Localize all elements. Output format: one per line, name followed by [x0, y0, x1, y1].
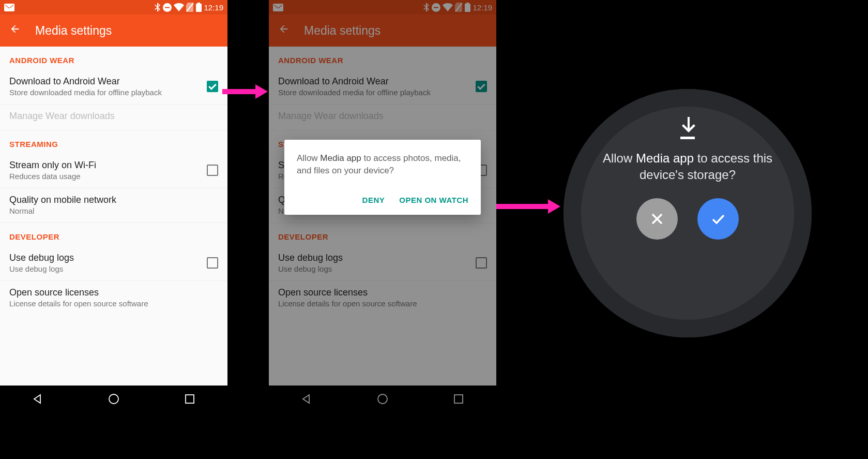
setting-open-source-licenses[interactable]: Open source licenses License details for…: [0, 281, 227, 315]
dialog-open-on-watch-button[interactable]: OPEN ON WATCH: [399, 196, 468, 204]
setting-subtitle: Use debug logs: [9, 264, 201, 273]
navigation-bar: [0, 386, 227, 412]
setting-title: Open source licenses: [9, 287, 218, 298]
watch-permission-text: Allow Media app to access this device's …: [564, 150, 812, 184]
setting-title: Quality on mobile network: [9, 195, 218, 205]
svg-rect-1: [165, 7, 170, 8]
setting-download-android-wear[interactable]: Download to Android Wear Store downloade…: [0, 70, 227, 105]
svg-rect-6: [186, 395, 194, 403]
setting-subtitle: Reduces data usage: [9, 172, 201, 181]
flow-arrow-icon: [496, 203, 560, 210]
watch-screen: Allow Media app to access this device's …: [564, 89, 812, 337]
setting-title: Manage Wear downloads: [9, 111, 218, 122]
phone-screen-1: 12:19 Media settings ANDROID WEAR Downlo…: [0, 0, 227, 412]
app-bar: Media settings: [0, 14, 227, 47]
status-bar: 12:19: [0, 0, 227, 14]
setting-title: Use debug logs: [9, 253, 201, 263]
status-time: 12:19: [204, 3, 223, 12]
nav-back-button[interactable]: [32, 393, 44, 405]
phone-screen-2: 12:19 Media settings ANDROID WEAR Downlo…: [269, 0, 496, 412]
setting-title: Stream only on Wi-Fi: [9, 160, 201, 171]
settings-content: ANDROID WEAR Download to Android Wear St…: [0, 47, 227, 386]
watch-deny-button[interactable]: [636, 198, 678, 240]
setting-stream-wifi-only[interactable]: Stream only on Wi-Fi Reduces data usage: [0, 154, 227, 188]
wifi-icon: [174, 3, 184, 11]
nav-home-button[interactable]: [108, 393, 120, 405]
check-icon: [709, 210, 727, 228]
checkbox-debug-logs[interactable]: [207, 257, 218, 269]
checkbox-download-wear[interactable]: [207, 81, 218, 92]
checkbox-stream-wifi[interactable]: [207, 165, 218, 176]
setting-manage-wear-downloads[interactable]: Manage Wear downloads: [0, 105, 227, 130]
page-title: Media settings: [35, 24, 112, 38]
svg-rect-3: [197, 3, 200, 4]
no-sim-icon: [186, 3, 194, 12]
svg-rect-4: [196, 4, 202, 12]
setting-debug-logs[interactable]: Use debug logs Use debug logs: [0, 246, 227, 281]
svg-rect-14: [680, 137, 695, 139]
bluetooth-icon: [154, 3, 161, 12]
close-icon: [649, 211, 665, 227]
svg-point-5: [109, 394, 118, 404]
setting-quality-mobile[interactable]: Quality on mobile network Normal: [0, 188, 227, 223]
section-header-developer: DEVELOPER: [0, 223, 227, 246]
setting-title: Download to Android Wear: [9, 76, 201, 87]
setting-subtitle: Store downloaded media for offline playb…: [9, 88, 201, 97]
dialog-deny-button[interactable]: DENY: [362, 196, 385, 204]
section-header-wear: ANDROID WEAR: [0, 47, 227, 70]
gmail-notification-icon: [4, 4, 14, 11]
nav-recents-button[interactable]: [184, 393, 196, 405]
download-icon: [677, 117, 698, 143]
section-header-streaming: STREAMING: [0, 130, 227, 154]
dnd-icon: [163, 3, 172, 12]
watch-allow-button[interactable]: [697, 198, 739, 240]
setting-subtitle: Normal: [9, 206, 218, 215]
setting-subtitle: License details for open source software: [9, 299, 218, 308]
permission-dialog-text: Allow Media app to access photos, media,…: [297, 152, 468, 177]
battery-icon: [196, 3, 202, 12]
permission-dialog: Allow Media app to access photos, media,…: [284, 140, 481, 215]
back-arrow-icon[interactable]: [9, 23, 21, 38]
flow-arrow-icon: [222, 88, 268, 95]
